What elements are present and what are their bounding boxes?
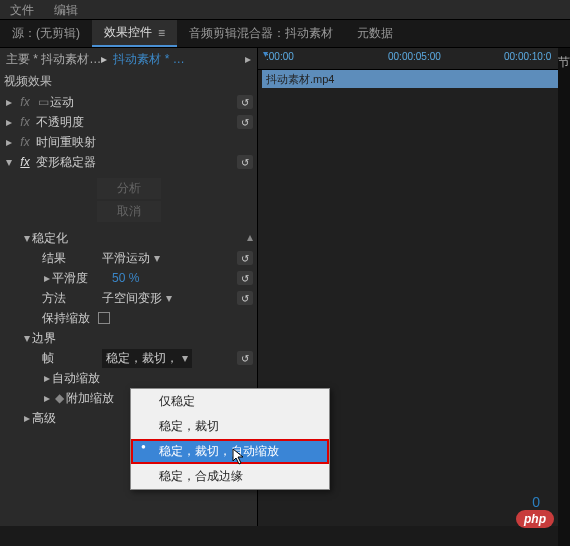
transform-icon: ▭ bbox=[36, 95, 50, 109]
section-stabilize[interactable]: ▾ 稳定化 bbox=[0, 228, 257, 248]
method-dropdown[interactable]: 子空间变形 ▾ bbox=[102, 290, 172, 307]
sequence-clip-label[interactable]: 抖动素材 * … bbox=[113, 51, 184, 68]
reset-icon[interactable]: ↺ bbox=[237, 95, 253, 109]
frame-dropdown-menu: 仅稳定 稳定，裁切 稳定，裁切，自动缩放 稳定，合成边缘 bbox=[130, 388, 330, 490]
chevron-down-icon: ▾ bbox=[154, 251, 160, 265]
scroll-up-icon[interactable]: ▴ bbox=[247, 230, 253, 244]
effect-time-remap[interactable]: ▸fx 时间重映射 bbox=[0, 132, 257, 152]
timeline-ruler[interactable]: ▾ :00:00 00:00:05:00 00:00:10:0 bbox=[258, 48, 570, 70]
chevron-down-icon: ▾ bbox=[166, 291, 172, 305]
smoothness-value[interactable]: 50 % bbox=[112, 271, 139, 285]
menubar: 文件 编辑 bbox=[0, 0, 570, 20]
effect-opacity[interactable]: ▸fx 不透明度 ↺ bbox=[0, 112, 257, 132]
chevron-down-icon: ▾ bbox=[182, 351, 188, 365]
watermark-logo: php bbox=[516, 510, 554, 528]
additional-scale-label: 附加缩放 bbox=[66, 390, 126, 407]
tab-effects[interactable]: 效果控件≡ bbox=[92, 20, 177, 47]
result-label: 结果 bbox=[42, 250, 102, 267]
reset-icon[interactable]: ↺ bbox=[237, 115, 253, 129]
dropdown-item-stabilize-synthesize[interactable]: 稳定，合成边缘 bbox=[131, 464, 329, 489]
frame-label: 帧 bbox=[42, 350, 102, 367]
tab-audio-mixer[interactable]: 音频剪辑混合器：抖动素材 bbox=[177, 20, 345, 47]
chevron-down-icon: ▾ bbox=[4, 155, 14, 169]
result-dropdown[interactable]: 平滑运动 ▾ bbox=[102, 250, 160, 267]
fx-badge-icon: fx bbox=[18, 155, 32, 169]
menu-icon[interactable]: ≡ bbox=[158, 26, 165, 40]
chevron-right-icon[interactable]: ▸ bbox=[239, 52, 257, 66]
tab-metadata[interactable]: 元数据 bbox=[345, 20, 405, 47]
dropdown-item-stabilize-crop[interactable]: 稳定，裁切 bbox=[131, 414, 329, 439]
analyze-button: 分析 bbox=[97, 178, 161, 199]
frame-dropdown[interactable]: 稳定，裁切， ▾ bbox=[102, 349, 192, 368]
keyframe-icon[interactable]: ◆ bbox=[52, 391, 66, 405]
master-clip-label: 主要 * 抖动素材… bbox=[0, 51, 101, 68]
cancel-button: 取消 bbox=[97, 201, 161, 222]
dropdown-item-stabilize-only[interactable]: 仅稳定 bbox=[131, 389, 329, 414]
video-effects-label: 视频效果 bbox=[4, 73, 52, 90]
fx-badge-icon: fx bbox=[18, 95, 32, 109]
menu-edit[interactable]: 编辑 bbox=[44, 0, 88, 19]
chevron-right-icon[interactable]: ▸ bbox=[101, 52, 107, 66]
panel-tabs: 源：(无剪辑) 效果控件≡ 音频剪辑混合器：抖动素材 元数据 bbox=[0, 20, 570, 48]
effect-warp-stabilizer[interactable]: ▾ fx 变形稳定器 ↺ bbox=[0, 152, 257, 172]
clip-bar[interactable]: 抖动素材.mp4 bbox=[262, 70, 566, 88]
right-dock: 节 bbox=[558, 48, 570, 546]
chevron-right-icon: ▸ bbox=[4, 95, 14, 109]
section-border[interactable]: ▾ 边界 bbox=[0, 328, 257, 348]
autoscale-label: 自动缩放 bbox=[52, 370, 112, 387]
effect-motion[interactable]: ▸ fx ▭ 运动 ↺ bbox=[0, 92, 257, 112]
tab-source[interactable]: 源：(无剪辑) bbox=[0, 20, 92, 47]
smoothness-label: 平滑度 bbox=[52, 270, 112, 287]
method-label: 方法 bbox=[42, 290, 102, 307]
preserve-scale-label: 保持缩放 bbox=[42, 310, 90, 327]
preserve-scale-checkbox[interactable] bbox=[98, 312, 110, 324]
dropdown-item-stabilize-crop-autoscale[interactable]: 稳定，裁切，自动缩放 bbox=[131, 439, 329, 464]
menu-file[interactable]: 文件 bbox=[0, 0, 44, 19]
corner-value: 0 bbox=[532, 494, 540, 510]
